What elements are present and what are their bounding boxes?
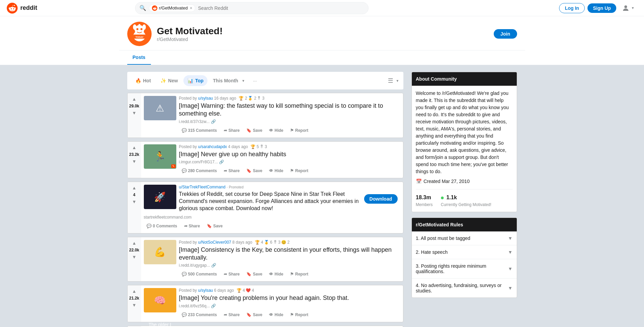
post-title-link[interactable]: Trekkies of Reddit, set course for Deep … [179,191,359,211]
sort-thismonth-button[interactable]: This Month ▼ [209,75,249,86]
rule-item[interactable]: 4. No advertising, fundraising, surveys … [412,279,517,298]
comments-button[interactable]: 💬 500 Comments [179,270,220,279]
about-community-header: About Community [412,72,517,86]
post-text-area: Posted by u/NotSoClever007 8 days ago 🏆 … [179,240,400,279]
rule-item[interactable]: 3. Posting rights require minimum qualif… [412,259,517,279]
report-button[interactable]: ⚑ Report [287,310,311,319]
upvote-button[interactable]: ▲ [131,96,137,102]
upvote-button[interactable]: ▲ [131,288,137,294]
svg-text:TODAY: TODAY [135,36,143,38]
save-button[interactable]: 🔖 Save [244,270,265,279]
rule-text: 4. No advertising, fundraising, surveys … [416,283,508,293]
search-icon: 🔍 [139,5,146,11]
vote-column: ▲ 22.0k ▼ [128,237,141,282]
search-input[interactable] [198,5,364,11]
subreddit-banner: TODAY Get Motivated! r/GetMotivated Join… [0,16,644,65]
rule-chevron-icon: ▼ [508,236,513,241]
save-icon: 🔖 [246,272,251,277]
post-title: [Image] You're creating problems in your… [179,294,400,302]
comments-button[interactable]: 💬 280 Comments [179,166,220,175]
hide-button[interactable]: 👁 Hide [266,310,286,319]
hide-icon: 👁 [269,168,273,173]
post-author[interactable]: u/sylsau [198,96,213,101]
rules-card: r/GetMotivated Rules 1. All post must be… [412,218,517,298]
upvote-button[interactable]: ▲ [131,240,137,246]
reddit-logo-link[interactable]: reddit [7,3,37,14]
comment-icon: 💬 [147,224,152,228]
join-button[interactable]: Join [494,29,517,39]
about-description: Welcome to /r/GetMotivated! We're glad y… [416,90,513,175]
post-title-link[interactable]: [Image] Never give up on healthy habits [179,151,286,158]
post-body: ⚠ Posted by u/sylsau 16 days ago 🏆 2🥇 2🎖… [141,93,403,138]
signup-button[interactable]: Sign Up [587,3,616,13]
save-button[interactable]: 🔖 Save [204,222,225,230]
subreddit-name: r/GetMotivated [157,37,488,42]
promoted-badge: Promoted [229,185,243,189]
sort-hot-button[interactable]: 🔥 Hot [131,75,155,86]
downvote-button[interactable]: ▼ [131,254,137,260]
search-bar[interactable]: 🔍 r/GetMotivated × [135,2,369,14]
rule-text: 1. All post must be tagged [416,236,470,241]
comments-button[interactable]: 💬 315 Comments [179,126,220,135]
share-button[interactable]: ➦ Share [221,166,242,175]
new-icon: ✨ [160,78,166,83]
hide-button[interactable]: 👁 Hide [266,126,286,135]
post-author[interactable]: u/sarahcudapdx [198,144,227,149]
post-title-link[interactable]: [Image] Warning: the fastest way to kill… [179,102,383,117]
post-title-link[interactable]: [Image] You're creating problems in your… [179,294,349,301]
rule-chevron-icon: ▼ [508,249,513,255]
post-thumbnail: 💪 [144,240,176,264]
save-button[interactable]: 🔖 Save [244,126,265,135]
search-subreddit-tag[interactable]: r/GetMotivated × [149,4,195,12]
user-avatar-icon [622,4,630,12]
share-icon: ➦ [224,128,227,133]
download-button[interactable]: Download [364,194,398,204]
save-icon: 🔖 [246,312,251,317]
post-author[interactable]: u/StarTrekFleetCommand [179,185,226,189]
share-button[interactable]: ➦ Share [221,310,242,319]
downvote-button[interactable]: ▼ [131,158,137,165]
svg-point-10 [140,28,142,30]
header-actions: Log In Sign Up ▼ [559,3,637,14]
comments-button[interactable]: 💬 0 Comments [144,222,180,230]
post-author[interactable]: u/NotSoClever007 [198,240,231,245]
downvote-button[interactable]: ▼ [131,199,137,205]
save-button[interactable]: 🔖 Save [244,166,265,175]
nav-item-posts[interactable]: Posts [127,50,151,65]
sort-top-button[interactable]: 📊 Top [183,75,208,86]
subreddit-title: Get Motivated! [157,26,488,37]
report-button[interactable]: ⚑ Report [287,126,311,135]
search-tag-close-icon[interactable]: × [190,5,193,11]
main-content: 🔥 Hot ✨ New 📊 Top This Month ▼ ··· ☰ ▼ [119,65,525,327]
upvote-button[interactable]: ▲ [131,185,137,191]
subreddit-info: Get Motivated! r/GetMotivated [157,26,488,42]
hide-icon: 👁 [269,128,273,133]
comments-button[interactable]: 💬 233 Comments [179,310,220,319]
login-button[interactable]: Log In [559,3,585,13]
upvote-button[interactable]: ▲ [131,144,137,151]
post-body: 🏃 ✎ Posted by u/sarahcudapdx 4 days ago … [141,142,403,178]
vote-column: ▲ 23.2k ▼ [128,142,141,178]
sort-new-button[interactable]: ✨ New [156,75,182,86]
post-author[interactable]: u/sylsau [198,288,213,293]
user-menu[interactable]: ▼ [619,3,637,14]
share-button[interactable]: ➦ Share [221,270,242,279]
online-stat: 1.1k Currently Getting Motivated! [441,193,491,208]
rule-text: 3. Posting rights require minimum qualif… [416,263,508,274]
rule-item[interactable]: 2. Hate speech ▼ [412,245,517,259]
report-button[interactable]: ⚑ Report [287,270,311,279]
svg-point-2 [624,5,627,8]
downvote-button[interactable]: ▼ [131,110,137,116]
hide-button[interactable]: 👁 Hide [266,270,286,279]
hide-button[interactable]: 👁 Hide [266,166,286,175]
post-actions: 💬 280 Comments ➦ Share 🔖 Save 👁 Hide [179,166,400,175]
report-button[interactable]: ⚑ Report [287,166,311,175]
share-button[interactable]: ➦ Share [181,222,203,230]
share-button[interactable]: ➦ Share [221,126,242,135]
view-toggle[interactable]: ☰ ▼ [388,77,399,84]
post-title-link[interactable]: [Image] Consistency is the Key, be consi… [179,246,392,261]
sort-more-button[interactable]: ··· [250,76,260,86]
downvote-button[interactable]: ▼ [131,302,137,308]
save-button[interactable]: 🔖 Save [244,310,265,319]
rule-item[interactable]: 1. All post must be tagged ▼ [412,231,517,245]
